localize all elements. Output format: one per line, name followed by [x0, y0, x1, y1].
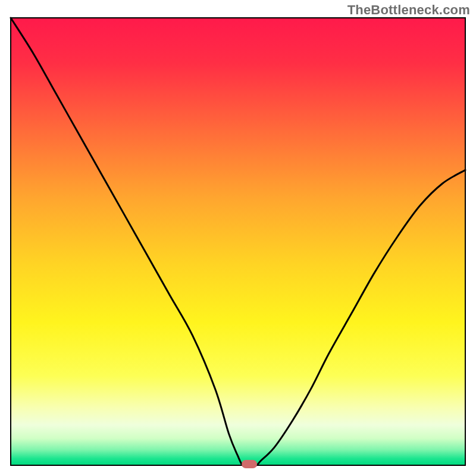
bottleneck-chart: TheBottleneck.com: [0, 0, 476, 476]
watermark-text: TheBottleneck.com: [347, 2, 470, 18]
optimum-marker: [242, 460, 257, 468]
chart-svg: [0, 0, 476, 476]
plot-background: [11, 18, 465, 465]
